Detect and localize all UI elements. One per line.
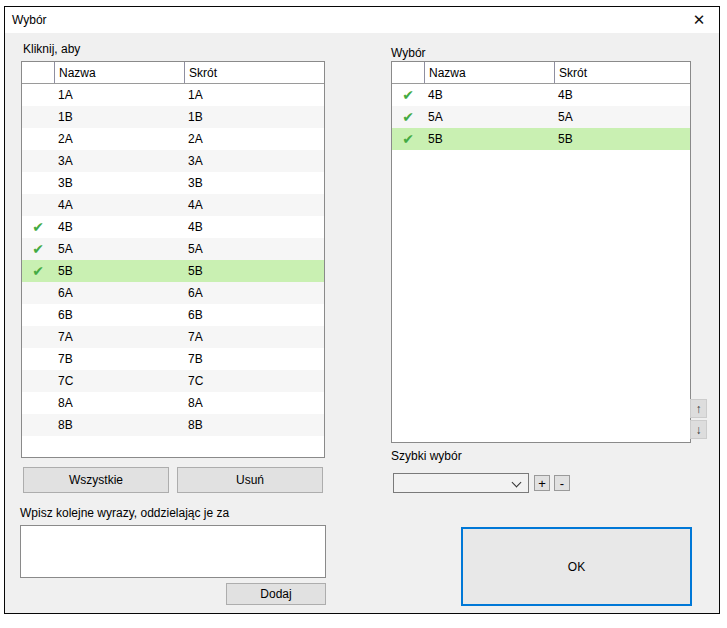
row-name: 5B (54, 264, 184, 278)
list-row[interactable]: 1B1B (22, 106, 324, 128)
row-name: 8B (54, 418, 184, 432)
close-button[interactable]: ✕ (683, 8, 715, 32)
row-skrot: 8B (184, 418, 324, 432)
list-row[interactable]: 7B7B (22, 348, 324, 370)
row-skrot: 5B (184, 264, 324, 278)
remove-button[interactable]: Usuń (177, 467, 323, 493)
move-down-button[interactable]: ↓ (690, 420, 707, 439)
list-row[interactable]: ✔5A5A (22, 238, 324, 260)
row-name: 1A (54, 88, 184, 102)
row-name: 5A (424, 110, 554, 124)
window-title: Wybór (12, 13, 47, 27)
row-skrot: 6A (184, 286, 324, 300)
list-body: 1A1A1B1B2A2A3A3A3B3B4A4A✔4B4B✔5A5A✔5B5B6… (22, 84, 324, 436)
word-entry-label: Wpisz kolejne wyrazy, oddzielając je za (20, 506, 229, 520)
row-skrot: 8A (184, 396, 324, 410)
list-row[interactable]: 4A4A (22, 194, 324, 216)
check-icon: ✔ (22, 264, 54, 278)
ok-button[interactable]: OK (461, 527, 692, 606)
quick-select-add-button[interactable]: + (534, 475, 550, 491)
row-skrot: 5A (554, 110, 690, 124)
dialog-window: Wybór ✕ Kliknij, aby Wybór Nazwa Skrót 1… (4, 6, 720, 614)
list-row[interactable]: ✔5B5B (22, 260, 324, 282)
row-name: 6B (54, 308, 184, 322)
check-icon: ✔ (22, 242, 54, 256)
list-row[interactable]: 7C7C (22, 370, 324, 392)
quick-select-label: Szybki wybór (391, 449, 462, 463)
list-row[interactable]: ✔4B4B (392, 84, 690, 106)
row-skrot: 7A (184, 330, 324, 344)
check-icon: ✔ (392, 88, 424, 102)
screen: Wybór ✕ Kliknij, aby Wybór Nazwa Skrót 1… (0, 0, 727, 628)
chevron-down-icon (512, 478, 522, 488)
row-name: 4B (424, 88, 554, 102)
title-bar[interactable]: Wybór ✕ (5, 7, 719, 33)
row-skrot: 4B (184, 220, 324, 234)
row-name: 7A (54, 330, 184, 344)
right-list-label: Wybór (391, 46, 426, 60)
list-row[interactable]: 6B6B (22, 304, 324, 326)
list-body: ✔4B4B✔5A5A✔5B5B (392, 84, 690, 150)
row-name: 4B (54, 220, 184, 234)
row-skrot: 5A (184, 242, 324, 256)
close-icon: ✕ (693, 11, 706, 29)
row-name: 7C (54, 374, 184, 388)
add-button[interactable]: Dodaj (226, 583, 326, 605)
row-name: 4A (54, 198, 184, 212)
column-header-nazwa[interactable]: Nazwa (54, 62, 184, 83)
row-skrot: 2A (184, 132, 324, 146)
column-header-skrot[interactable]: Skrót (184, 62, 324, 83)
row-skrot: 7B (184, 352, 324, 366)
row-skrot: 1B (184, 110, 324, 124)
list-row[interactable]: 1A1A (22, 84, 324, 106)
row-name: 5A (54, 242, 184, 256)
row-name: 5B (424, 132, 554, 146)
row-name: 2A (54, 132, 184, 146)
list-row[interactable]: 6A6A (22, 282, 324, 304)
list-row[interactable]: 2A2A (22, 128, 324, 150)
row-skrot: 6B (184, 308, 324, 322)
row-name: 8A (54, 396, 184, 410)
row-skrot: 4B (554, 88, 690, 102)
list-row[interactable]: ✔5B5B (392, 128, 690, 150)
source-listview: Nazwa Skrót 1A1A1B1B2A2A3A3A3B3B4A4A✔4B4… (21, 61, 325, 458)
row-name: 6A (54, 286, 184, 300)
row-skrot: 4A (184, 198, 324, 212)
row-name: 1B (54, 110, 184, 124)
row-name: 3A (54, 154, 184, 168)
list-row[interactable]: 8A8A (22, 392, 324, 414)
arrow-up-icon: ↑ (696, 402, 702, 416)
arrow-down-icon: ↓ (696, 423, 702, 437)
list-row[interactable]: 3A3A (22, 150, 324, 172)
row-skrot: 5B (554, 132, 690, 146)
row-name: 3B (54, 176, 184, 190)
column-header-nazwa[interactable]: Nazwa (424, 62, 554, 83)
row-skrot: 3B (184, 176, 324, 190)
words-input[interactable] (20, 525, 326, 578)
row-skrot: 3A (184, 154, 324, 168)
list-header: Nazwa Skrót (22, 62, 324, 84)
list-header: Nazwa Skrót (392, 62, 690, 84)
row-skrot: 1A (184, 88, 324, 102)
move-up-button[interactable]: ↑ (690, 399, 707, 418)
left-list-label: Kliknij, aby (23, 42, 80, 56)
row-name: 7B (54, 352, 184, 366)
check-column-header[interactable] (392, 62, 424, 83)
row-skrot: 7C (184, 374, 324, 388)
select-all-button[interactable]: Wszystkie (23, 467, 169, 493)
list-row[interactable]: ✔5A5A (392, 106, 690, 128)
check-icon: ✔ (392, 110, 424, 124)
check-icon: ✔ (22, 220, 54, 234)
list-row[interactable]: 8B8B (22, 414, 324, 436)
check-column-header[interactable] (22, 62, 54, 83)
list-row[interactable]: ✔4B4B (22, 216, 324, 238)
quick-select-remove-button[interactable]: - (554, 475, 570, 491)
list-row[interactable]: 3B3B (22, 172, 324, 194)
quick-select-combobox[interactable] (393, 473, 529, 493)
list-row[interactable]: 7A7A (22, 326, 324, 348)
selection-listview: Nazwa Skrót ✔4B4B✔5A5A✔5B5B (391, 61, 691, 443)
column-header-skrot[interactable]: Skrót (554, 62, 690, 83)
check-icon: ✔ (392, 132, 424, 146)
